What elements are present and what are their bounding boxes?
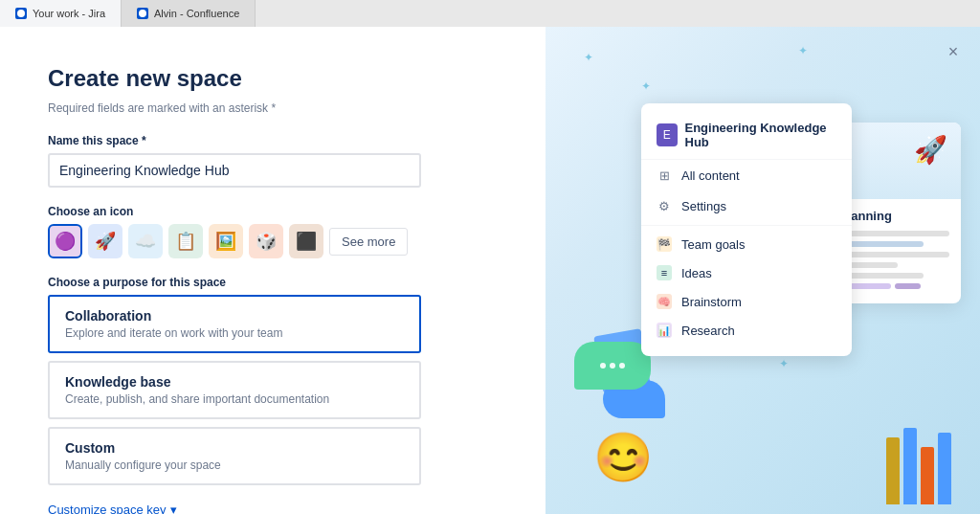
see-more-button[interactable]: See more bbox=[329, 228, 408, 256]
svg-point-1 bbox=[139, 10, 146, 17]
icon-option-0[interactable]: 🟣 bbox=[48, 224, 82, 258]
purpose-kb-title: Knowledge base bbox=[65, 374, 404, 390]
gear-icon: ⚙ bbox=[657, 198, 672, 213]
pencils bbox=[886, 428, 951, 504]
sparkle-3: ✦ bbox=[641, 79, 651, 93]
popup-divider bbox=[641, 225, 852, 226]
purpose-custom-desc: Manually configure your space bbox=[65, 458, 404, 472]
name-label: Name this space * bbox=[48, 134, 498, 147]
icon-picker: 🟣 🚀 ☁️ 📋 🖼️ 🎲 ⬛ See more bbox=[48, 224, 498, 258]
icon-option-3[interactable]: 📋 bbox=[168, 224, 203, 258]
chevron-down-icon: ▾ bbox=[170, 503, 177, 514]
bubble-dots bbox=[600, 363, 625, 369]
popup-card: E Engineering Knowledge Hub ⊞ All conten… bbox=[641, 103, 852, 356]
purpose-label: Choose a purpose for this space bbox=[48, 276, 498, 289]
ideas-icon: ≡ bbox=[657, 265, 672, 280]
popup-header: E Engineering Knowledge Hub bbox=[641, 115, 852, 160]
create-space-form: Create new space Required fields are mar… bbox=[0, 27, 546, 514]
icon-option-5[interactable]: 🎲 bbox=[249, 224, 283, 258]
icon-option-1[interactable]: 🚀 bbox=[88, 224, 122, 258]
dot-1 bbox=[600, 363, 606, 369]
icon-option-2[interactable]: ☁️ bbox=[128, 224, 163, 258]
brainstorm-icon: 🧠 bbox=[657, 294, 672, 309]
pencil-4 bbox=[938, 433, 951, 504]
space-icon: E bbox=[657, 123, 678, 146]
team-goals-icon: 🏁 bbox=[657, 236, 672, 252]
main-area: Create new space Required fields are mar… bbox=[0, 27, 980, 514]
research-icon: 📊 bbox=[657, 323, 672, 338]
icon-label: Choose an icon bbox=[48, 205, 498, 218]
sparkle-1: ✦ bbox=[584, 51, 593, 64]
q3-line-purple-sm bbox=[895, 283, 921, 289]
svg-point-0 bbox=[17, 10, 25, 17]
tab-jira-label: Your work - Jira bbox=[33, 8, 105, 19]
popup-nav-ideas[interactable]: ≡ Ideas bbox=[641, 258, 852, 287]
emoji-face: 😊 bbox=[593, 430, 653, 485]
tab-confluence-label: Alvin - Confluence bbox=[154, 8, 239, 19]
popup-settings[interactable]: ⚙ Settings bbox=[641, 190, 852, 221]
purpose-collab-desc: Explore and iterate on work with your te… bbox=[65, 326, 404, 340]
popup-nav-brainstorm[interactable]: 🧠 Brainstorm bbox=[641, 287, 852, 316]
required-note: Required fields are marked with an aster… bbox=[48, 101, 498, 115]
icon-option-6[interactable]: ⬛ bbox=[289, 224, 323, 258]
pencil-1 bbox=[886, 437, 900, 504]
sparkle-4: ✦ bbox=[779, 357, 789, 370]
icon-option-4[interactable]: 🖼️ bbox=[209, 224, 243, 258]
popup-nav-research[interactable]: 📊 Research bbox=[641, 316, 852, 345]
confluence-preview: ✦ ✦ ✦ ✦ × E Engineering Knowledge Hub ⊞ … bbox=[546, 27, 980, 514]
purpose-collab-title: Collaboration bbox=[65, 308, 404, 324]
pencil-2 bbox=[903, 428, 917, 504]
sparkle-2: ✦ bbox=[798, 44, 808, 57]
tab-jira[interactable]: Your work - Jira bbox=[0, 0, 122, 27]
confluence-favicon bbox=[137, 8, 148, 19]
customize-space-key[interactable]: Customize space key ▾ bbox=[48, 503, 498, 514]
dot-3 bbox=[619, 363, 625, 369]
popup-nav-team-goals[interactable]: 🏁 Team goals bbox=[641, 230, 852, 258]
popup-all-content[interactable]: ⊞ All content bbox=[641, 160, 852, 190]
browser-bar: Your work - Jira Alvin - Confluence bbox=[0, 0, 980, 27]
purpose-collaboration[interactable]: Collaboration Explore and iterate on wor… bbox=[48, 295, 421, 353]
icon-section: Choose an icon 🟣 🚀 ☁️ 📋 🖼️ 🎲 ⬛ See more bbox=[48, 205, 498, 258]
grid-icon: ⊞ bbox=[657, 168, 672, 183]
rocket-icon: 🚀 bbox=[914, 134, 947, 166]
pencil-3 bbox=[921, 447, 934, 504]
purpose-kb-desc: Create, publish, and share important doc… bbox=[65, 392, 404, 406]
popup-space-name: Engineering Knowledge Hub bbox=[685, 121, 837, 149]
purpose-custom-title: Custom bbox=[65, 440, 404, 456]
dot-2 bbox=[610, 363, 615, 369]
space-name-input[interactable] bbox=[48, 153, 421, 188]
tab-confluence[interactable]: Alvin - Confluence bbox=[122, 0, 256, 27]
purpose-knowledge-base[interactable]: Knowledge base Create, publish, and shar… bbox=[48, 361, 421, 419]
close-button[interactable]: × bbox=[942, 40, 965, 63]
page-title: Create new space bbox=[48, 65, 498, 92]
jira-favicon bbox=[15, 8, 27, 19]
green-bubble bbox=[574, 342, 651, 390]
purpose-custom[interactable]: Custom Manually configure your space bbox=[48, 427, 421, 485]
purpose-section: Choose a purpose for this space Collabor… bbox=[48, 276, 498, 485]
